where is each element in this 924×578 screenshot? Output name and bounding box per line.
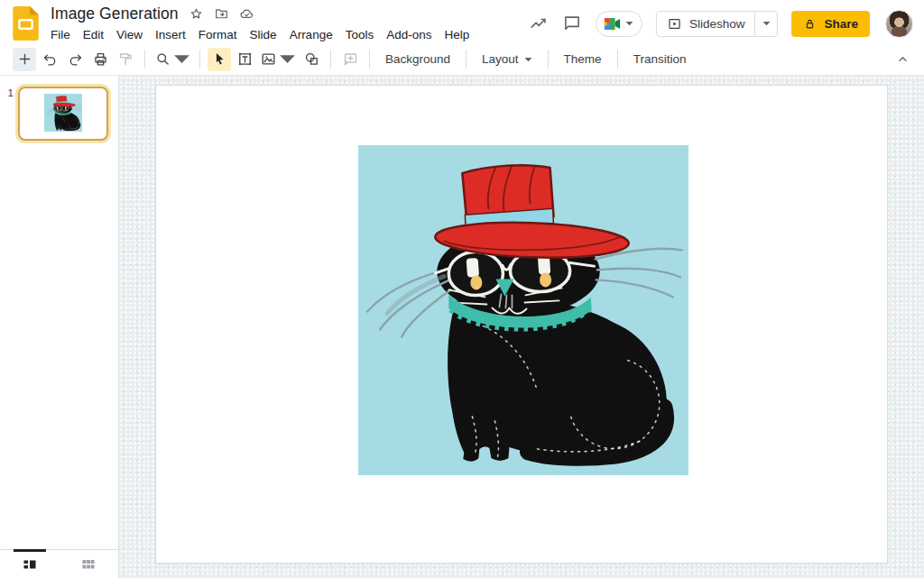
app-header: Image Generation File Edit View Insert F…	[0, 0, 924, 43]
menu-edit[interactable]: Edit	[77, 26, 110, 43]
slideshow-split-button: Slideshow	[656, 11, 779, 37]
print-button[interactable]	[88, 48, 112, 71]
toolbar-separator	[330, 50, 331, 69]
grid-view-icon	[80, 556, 97, 573]
menu-view[interactable]: View	[110, 26, 149, 43]
collapse-toolbar-button[interactable]	[892, 49, 913, 70]
menu-slide[interactable]: Slide	[244, 26, 283, 43]
redo-button[interactable]	[63, 48, 87, 71]
menu-addons[interactable]: Add-ons	[380, 26, 438, 43]
view-toggle-bar	[0, 549, 118, 578]
menu-bar: File Edit View Insert Format Slide Arran…	[44, 24, 476, 44]
text-box-button[interactable]	[233, 48, 256, 71]
undo-icon	[42, 50, 59, 68]
insert-shape-button[interactable]	[300, 48, 323, 71]
slideshow-options-button[interactable]	[754, 12, 777, 36]
toolbar-separator	[144, 50, 145, 69]
slide-thumbnail[interactable]	[18, 87, 108, 141]
menu-format[interactable]: Format	[192, 26, 244, 43]
slide-thumbnail-row: 1	[0, 76, 118, 141]
new-slide-button[interactable]	[13, 48, 36, 71]
menu-insert[interactable]: Insert	[149, 26, 192, 43]
layout-button[interactable]: Layout	[473, 48, 541, 71]
paint-roller-icon	[117, 50, 134, 68]
text-box-icon	[236, 50, 254, 68]
slideshow-button[interactable]: Slideshow	[657, 12, 755, 36]
add-comment-button[interactable]	[338, 48, 362, 71]
toolbar-separator	[466, 50, 467, 69]
canvas-workspace	[119, 76, 924, 578]
insert-image-button[interactable]	[258, 48, 298, 71]
chevron-down-icon	[762, 21, 771, 26]
google-meet-icon	[604, 17, 621, 31]
activity-trending-icon[interactable]	[529, 14, 549, 33]
header-actions: Slideshow Share	[529, 10, 915, 38]
menu-file[interactable]: File	[44, 26, 77, 43]
layout-label: Layout	[482, 52, 519, 66]
plus-icon	[16, 50, 33, 68]
slideshow-label: Slideshow	[689, 17, 745, 31]
share-label: Share	[824, 17, 858, 31]
cat-illustration[interactable]	[358, 145, 688, 475]
cloud-status-icon[interactable]	[239, 6, 254, 22]
main-content: 1	[0, 76, 924, 578]
chevron-down-icon	[524, 57, 532, 62]
filmstrip-panel: 1	[0, 76, 119, 578]
chevron-up-icon	[895, 51, 910, 67]
meet-button[interactable]	[596, 11, 642, 37]
menu-tools[interactable]: Tools	[339, 26, 381, 43]
share-button[interactable]: Share	[791, 11, 870, 37]
google-slides-logo-icon[interactable]	[13, 6, 39, 41]
menu-help[interactable]: Help	[438, 26, 476, 43]
chevron-down-icon	[173, 50, 190, 68]
theme-button[interactable]: Theme	[555, 48, 611, 71]
shape-icon	[303, 50, 320, 68]
comments-icon[interactable]	[562, 14, 582, 33]
document-title[interactable]: Image Generation	[51, 5, 179, 23]
lock-icon	[803, 17, 817, 31]
slide-canvas[interactable]	[155, 85, 888, 564]
toolbar-separator	[548, 50, 549, 69]
toolbar-separator	[617, 50, 618, 69]
menu-arrange[interactable]: Arrange	[283, 26, 339, 43]
undo-button[interactable]	[38, 48, 61, 71]
redo-icon	[67, 50, 84, 68]
star-icon[interactable]	[189, 6, 204, 22]
transition-button[interactable]: Transition	[624, 48, 696, 71]
select-tool-button[interactable]	[208, 48, 231, 71]
grid-view-button[interactable]	[60, 550, 119, 578]
chevron-down-icon	[279, 50, 296, 68]
filmstrip-view-icon	[22, 556, 38, 573]
zoom-magnifier-icon	[154, 50, 171, 68]
slide-thumbnail-art	[44, 94, 82, 132]
paint-format-button[interactable]	[114, 48, 137, 71]
add-comment-icon	[342, 50, 359, 68]
present-play-icon	[667, 16, 682, 32]
toolbar-separator	[199, 50, 200, 69]
chevron-down-icon	[625, 21, 633, 26]
filmstrip-view-button[interactable]	[0, 550, 60, 578]
toolbar: Background Layout Theme Transition	[0, 43, 924, 76]
background-button[interactable]: Background	[376, 48, 459, 71]
title-block: Image Generation File Edit View Insert F…	[51, 3, 476, 44]
move-folder-icon[interactable]	[214, 6, 229, 22]
toolbar-separator	[369, 50, 370, 69]
zoom-button[interactable]	[152, 48, 192, 71]
cursor-arrow-icon	[211, 50, 228, 68]
user-avatar[interactable]	[885, 10, 913, 38]
slide-number: 1	[6, 87, 14, 141]
image-icon	[260, 50, 277, 68]
print-icon	[92, 50, 109, 68]
